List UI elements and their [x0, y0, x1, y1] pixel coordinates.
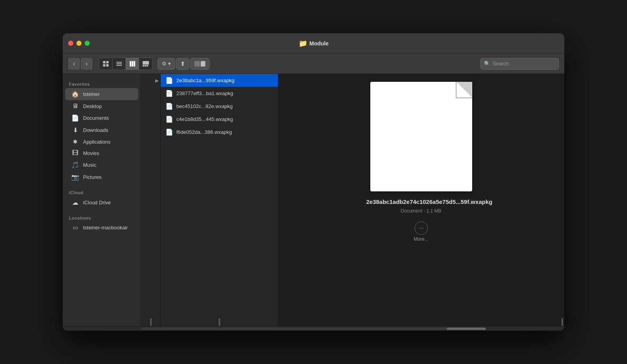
computer-icon: ▭: [71, 224, 79, 231]
icloud-icon: ☁: [71, 199, 79, 206]
svg-rect-9: [134, 61, 135, 67]
sidebar-item-label: Movies: [83, 150, 99, 156]
title-bar: 📁 Module: [63, 33, 564, 54]
sidebar-item-label: Downloads: [83, 127, 108, 133]
sidebar-item-label: Documents: [83, 115, 109, 121]
sidebar: Favorites 🏠 tsteiner 🖥 Desktop 📄 Documen…: [63, 74, 141, 326]
sidebar-item-label: Pictures: [83, 174, 101, 180]
search-box[interactable]: 🔍: [480, 58, 559, 70]
sidebar-item-music[interactable]: 🎵 Music: [65, 159, 138, 171]
search-icon: 🔍: [484, 61, 490, 67]
sidebar-item-pictures[interactable]: 📷 Pictures: [65, 171, 138, 183]
back-button[interactable]: ‹: [68, 58, 80, 70]
horizontal-scrollbar-track[interactable]: [141, 328, 486, 330]
more-label: More...: [414, 236, 428, 242]
more-button[interactable]: ··· More...: [414, 222, 428, 242]
sort-button[interactable]: ⚙ ▾: [158, 58, 175, 70]
svg-rect-12: [145, 65, 146, 67]
documents-icon: 📄: [71, 114, 79, 122]
svg-rect-4: [116, 62, 122, 63]
resize-handle-1[interactable]: [150, 318, 152, 326]
sidebar-item-documents[interactable]: 📄 Documents: [65, 112, 138, 124]
horizontal-scrollbar-thumb[interactable]: [447, 328, 486, 330]
svg-rect-7: [130, 61, 131, 67]
svg-rect-6: [116, 65, 122, 66]
file-item-1[interactable]: 📄 2e38abc1a...959f.wxapkg: [161, 74, 278, 87]
minimize-button[interactable]: [76, 41, 82, 46]
file-icon-2: 📄: [165, 90, 173, 97]
finder-window: 📁 Module ‹ ›: [63, 33, 564, 331]
sidebar-item-label: Desktop: [83, 103, 102, 109]
movies-icon: 🎞: [71, 150, 79, 157]
svg-rect-3: [106, 64, 109, 67]
view-buttons-group: [99, 58, 153, 70]
traffic-lights: [68, 41, 90, 46]
sidebar-item-label: Applications: [83, 139, 111, 145]
file-icon-5: 📄: [165, 128, 173, 136]
preview-panel: 2e38abc1adb2e74c1026a5e75d5...59f.wxapkg…: [278, 74, 564, 326]
svg-rect-0: [103, 61, 105, 63]
downloads-icon: ⬇: [71, 126, 79, 134]
svg-rect-10: [143, 61, 149, 65]
search-input[interactable]: [493, 61, 555, 67]
list-view-button[interactable]: [112, 58, 126, 70]
file-item-3[interactable]: 📄 bec45102c...82e.wxapkg: [161, 100, 278, 113]
sort-icon: ⚙: [162, 61, 167, 67]
file-icon-4: 📄: [165, 115, 173, 123]
sidebar-item-label: tsteiner: [83, 91, 100, 97]
sidebar-item-icloud-drive[interactable]: ☁ iCloud Drive: [65, 196, 138, 209]
sidebar-item-macbook[interactable]: ▭ tsteiner-macbookair: [65, 222, 138, 233]
home-icon: 🏠: [71, 90, 79, 98]
file-item-4[interactable]: 📄 c4e1b8d35...445.wxapkg: [161, 113, 278, 126]
applications-icon: ✱: [71, 139, 79, 145]
resize-handle-3[interactable]: [562, 318, 563, 326]
music-icon: 🎵: [71, 161, 79, 169]
svg-rect-2: [103, 64, 105, 67]
sort-dropdown-icon: ▾: [168, 61, 171, 67]
main-content: Favorites 🏠 tsteiner 🖥 Desktop 📄 Documen…: [63, 74, 564, 326]
svg-rect-15: [201, 61, 205, 67]
file-name-2: 238777eff3...ba1.wxapkg: [176, 90, 273, 96]
bottom-scrollbar-area: [63, 326, 564, 331]
pictures-icon: 📷: [71, 173, 79, 181]
sidebar-item-applications[interactable]: ✱ Applications: [65, 136, 138, 147]
file-item-2[interactable]: 📄 238777eff3...ba1.wxapkg: [161, 87, 278, 100]
icon-view-button[interactable]: [99, 58, 112, 70]
sidebar-item-tsteiner[interactable]: 🏠 tsteiner: [65, 88, 138, 100]
sidebar-item-label: Music: [83, 162, 96, 168]
sidebar-item-desktop[interactable]: 🖥 Desktop: [65, 100, 138, 112]
sidebar-item-downloads[interactable]: ⬇ Downloads: [65, 124, 138, 136]
file-name-1: 2e38abc1a...959f.wxapkg: [176, 77, 273, 83]
file-item-5[interactable]: 📄 f6de052da...386.wxapkg: [161, 126, 278, 139]
share-button[interactable]: ⬆: [176, 58, 189, 70]
file-icon-1: 📄: [165, 77, 173, 84]
preview-file-thumbnail: [370, 82, 472, 191]
expand-arrow-icon: ▶: [155, 78, 160, 83]
window-title-area: 📁 Module: [299, 39, 329, 48]
toolbar: ‹ ›: [63, 54, 564, 74]
nav-buttons: ‹ ›: [68, 58, 92, 70]
share-icon: ⬆: [180, 60, 185, 67]
window-title: Module: [310, 40, 329, 47]
folder-icon: 📁: [299, 39, 307, 48]
column-view-button[interactable]: [126, 58, 139, 70]
svg-rect-8: [132, 61, 133, 67]
file-name-4: c4e1b8d35...445.wxapkg: [176, 116, 273, 122]
preview-toggle-button[interactable]: [190, 58, 210, 70]
sidebar-item-movies[interactable]: 🎞 Movies: [65, 147, 138, 159]
resize-handle-2[interactable]: [219, 318, 220, 326]
sidebar-item-label: iCloud Drive: [83, 200, 111, 205]
file-name-3: bec45102c...82e.wxapkg: [176, 103, 273, 109]
icloud-label: iCloud: [63, 187, 141, 196]
close-button[interactable]: [68, 41, 73, 46]
desktop-icon: 🖥: [71, 103, 79, 110]
favorites-label: Favorites: [63, 79, 141, 88]
preview-content: 2e38abc1adb2e74c1026a5e75d5...59f.wxapkg…: [278, 74, 564, 250]
svg-rect-5: [116, 63, 122, 64]
maximize-button[interactable]: [85, 41, 90, 46]
svg-rect-1: [106, 61, 109, 63]
preview-filename: 2e38abc1adb2e74c1026a5e75d5...59f.wxapkg: [366, 198, 476, 206]
gallery-view-button[interactable]: [139, 58, 152, 70]
forward-button[interactable]: ›: [81, 58, 92, 70]
column-panel-files: 📄 2e38abc1a...959f.wxapkg 📄 238777eff3..…: [161, 74, 278, 326]
